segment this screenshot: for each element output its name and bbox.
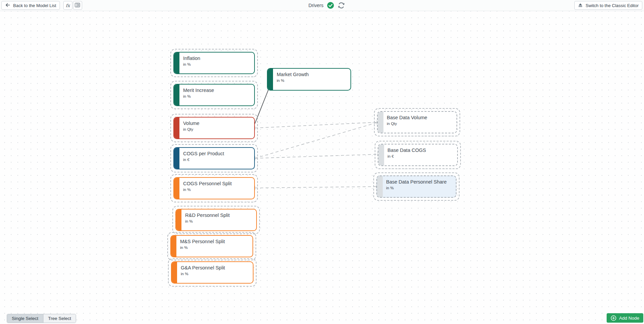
refresh-icon[interactable] bbox=[338, 2, 345, 9]
node-text: R&D Personnel Splitin % bbox=[185, 212, 254, 223]
selection-mode-toggle: Single Select Tree Select bbox=[7, 314, 76, 323]
topbar: Back to the Model List fx Drivers Switch… bbox=[0, 0, 644, 11]
back-to-model-list-button[interactable]: Back to the Model List bbox=[1, 1, 60, 10]
node-text: G&A Personnel Splitin % bbox=[181, 265, 251, 276]
node-base-data-volume[interactable]: Base Data Volumein Qty bbox=[377, 111, 457, 133]
node-unit: in % bbox=[180, 246, 250, 250]
node-color-bar bbox=[174, 178, 179, 199]
node-title: COGS per Product bbox=[183, 151, 252, 157]
model-title: Drivers bbox=[308, 3, 323, 8]
edge-cogs-personnel-split-base-data-personnel-share[interactable] bbox=[255, 187, 376, 188]
node-body: G&A Personnel Splitin % bbox=[171, 261, 253, 284]
node-text: Base Data Personnel Sharein % bbox=[386, 179, 454, 190]
node-color-bar bbox=[378, 144, 384, 165]
switch-button-label: Switch to the Classic Editor bbox=[585, 3, 639, 8]
node-market-growth[interactable]: Market Growthin % bbox=[267, 68, 351, 91]
node-text: Merit Increasein % bbox=[183, 87, 252, 98]
node-text: COGS Personnel Splitin % bbox=[183, 181, 252, 192]
node-cogs-per-product[interactable]: COGS per Productin € bbox=[173, 147, 255, 169]
node-color-bar bbox=[172, 262, 177, 283]
topbar-right-group: Switch to the Classic Editor bbox=[574, 1, 642, 10]
node-title: Base Data COGS bbox=[387, 147, 455, 154]
eject-icon bbox=[578, 3, 583, 8]
back-button-label: Back to the Model List bbox=[13, 3, 56, 8]
node-unit: in % bbox=[185, 219, 254, 223]
node-body: M&S Personnel Splitin % bbox=[170, 235, 253, 257]
node-body: Market Growthin % bbox=[267, 68, 351, 91]
node-color-bar bbox=[268, 69, 273, 90]
node-unit: in % bbox=[181, 272, 251, 276]
fx-icon: fx bbox=[66, 3, 70, 8]
node-text: M&S Personnel Splitin % bbox=[180, 238, 250, 250]
node-text: COGS per Productin € bbox=[183, 151, 252, 162]
node-body: COGS Personnel Splitin % bbox=[173, 177, 255, 199]
node-title: M&S Personnel Split bbox=[180, 238, 250, 245]
node-ms-personnel-split[interactable]: M&S Personnel Splitin % bbox=[170, 235, 253, 257]
node-body: Base Data Personnel Sharein % bbox=[376, 175, 456, 198]
node-title: Market Growth bbox=[277, 71, 348, 78]
node-body: R&D Personnel Splitin % bbox=[175, 209, 257, 231]
node-color-bar bbox=[174, 148, 179, 169]
node-base-data-cogs[interactable]: Base Data COGSin € bbox=[378, 144, 458, 166]
node-unit: in % bbox=[183, 188, 252, 192]
model-canvas[interactable]: Inflationin %Merit Increasein %Volumein … bbox=[0, 11, 644, 324]
node-unit: in Qty bbox=[387, 122, 454, 126]
check-circle-icon bbox=[327, 2, 334, 9]
node-body: Base Data Volumein Qty bbox=[377, 111, 457, 133]
topbar-center-group: Drivers bbox=[308, 2, 345, 9]
node-ga-personnel-split[interactable]: G&A Personnel Splitin % bbox=[171, 261, 253, 284]
node-color-bar bbox=[174, 118, 179, 138]
node-body: COGS per Productin € bbox=[173, 147, 255, 169]
node-title: Inflation bbox=[183, 55, 252, 62]
add-node-button[interactable]: Add Node bbox=[607, 313, 643, 323]
panel-view-button[interactable] bbox=[73, 1, 82, 10]
switch-classic-editor-button[interactable]: Switch to the Classic Editor bbox=[574, 1, 642, 10]
node-unit: in € bbox=[183, 158, 252, 162]
panel-table-icon bbox=[75, 3, 80, 8]
formula-editor-button[interactable]: fx bbox=[63, 1, 72, 10]
node-title: Merit Increase bbox=[183, 87, 252, 94]
edge-cogs-per-product-base-data-cogs[interactable] bbox=[255, 154, 378, 158]
node-color-bar bbox=[377, 176, 383, 197]
single-select-button[interactable]: Single Select bbox=[7, 314, 43, 323]
node-title: COGS Personnel Split bbox=[183, 181, 252, 187]
node-volume[interactable]: Volumein Qty bbox=[173, 117, 255, 139]
node-color-bar bbox=[171, 236, 176, 257]
node-text: Base Data COGSin € bbox=[387, 147, 455, 158]
node-title: Base Data Personnel Share bbox=[386, 179, 454, 185]
node-color-bar bbox=[176, 209, 181, 230]
plus-circle-icon bbox=[611, 315, 616, 321]
node-body: Volumein Qty bbox=[173, 117, 255, 139]
edge-cogs-per-product-base-data-volume[interactable] bbox=[255, 123, 377, 158]
topbar-left-group: Back to the Model List fx bbox=[1, 1, 82, 10]
node-title: Base Data Volume bbox=[387, 115, 454, 121]
node-base-data-personnel-share[interactable]: Base Data Personnel Sharein % bbox=[376, 175, 456, 198]
back-arrow-icon bbox=[5, 3, 10, 8]
edge-volume-base-data-volume[interactable] bbox=[255, 122, 377, 128]
node-title: G&A Personnel Split bbox=[181, 265, 251, 271]
node-body: Base Data COGSin € bbox=[378, 144, 458, 166]
node-inflation[interactable]: Inflationin % bbox=[173, 52, 255, 74]
node-merit-increase[interactable]: Merit Increasein % bbox=[173, 84, 255, 106]
node-body: Merit Increasein % bbox=[173, 84, 255, 106]
node-unit: in % bbox=[386, 186, 454, 190]
add-node-label: Add Node bbox=[619, 316, 639, 321]
node-body: Inflationin % bbox=[173, 52, 255, 74]
node-text: Volumein Qty bbox=[183, 120, 252, 131]
tree-select-button[interactable]: Tree Select bbox=[43, 314, 76, 323]
node-color-bar bbox=[174, 53, 179, 73]
node-text: Base Data Volumein Qty bbox=[387, 115, 454, 126]
node-rd-personnel-split[interactable]: R&D Personnel Splitin % bbox=[175, 209, 257, 231]
node-title: Volume bbox=[183, 120, 252, 127]
node-text: Inflationin % bbox=[183, 55, 252, 66]
node-unit: in Qty bbox=[183, 127, 252, 131]
node-color-bar bbox=[378, 112, 383, 133]
node-title: R&D Personnel Split bbox=[185, 212, 254, 219]
node-cogs-personnel-split[interactable]: COGS Personnel Splitin % bbox=[173, 177, 255, 199]
node-color-bar bbox=[174, 85, 179, 105]
node-unit: in € bbox=[387, 154, 455, 158]
node-unit: in % bbox=[183, 94, 252, 98]
node-unit: in % bbox=[277, 78, 348, 83]
node-unit: in % bbox=[183, 62, 252, 66]
node-text: Market Growthin % bbox=[277, 71, 348, 83]
